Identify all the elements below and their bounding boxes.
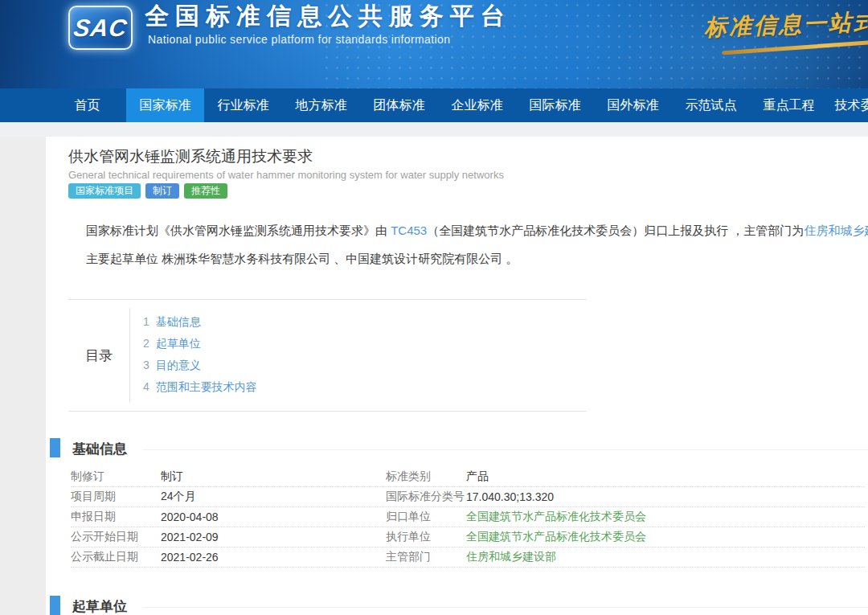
toc-item-number: 2: [143, 337, 149, 350]
nav-item-local-standards[interactable]: 地方标准: [282, 88, 360, 122]
row-label: 国际标准分类号: [386, 490, 466, 504]
ministry-link[interactable]: 住房和城乡建设部: [804, 223, 868, 237]
standard-title-en: General technical requirements of water …: [68, 169, 504, 181]
toc-item-purpose: 3目的意义: [143, 355, 257, 376]
nav-item-group-standards[interactable]: 团体标准: [360, 88, 438, 122]
row-label: 标准类别: [386, 469, 466, 484]
row-value: 产品: [466, 469, 865, 484]
site-subtitle-en: National public service platform for sta…: [148, 33, 450, 46]
row-value: 制订: [161, 469, 386, 484]
supervising-department-link[interactable]: 住房和城乡建设部: [466, 550, 556, 563]
drafters-paragraph: 主要起草单位 株洲珠华智慧水务科技有限公司 、中国建筑设计研究院有限公司 。: [68, 252, 518, 267]
nav-item-national-standards[interactable]: 国家标准: [126, 88, 204, 122]
centralized-unit-link[interactable]: 全国建筑节水产品标准化技术委员会: [466, 510, 646, 523]
sac-logo-text: SAC: [72, 14, 129, 42]
badge-formulate: 制订: [145, 183, 179, 199]
row-value: 17.040.30;13.320: [466, 490, 865, 503]
toc-heading: 目录: [68, 300, 129, 411]
row-label: 主管部门: [386, 550, 466, 564]
badge-recommended: 推荐性: [184, 183, 227, 199]
section-title-basic-info: 基础信息: [72, 440, 127, 458]
intro-text-1: 国家标准计划《供水管网水锤监测系统通用技术要求》由: [86, 223, 391, 237]
row-label: 制修订: [71, 469, 161, 484]
toc-item-number: 4: [143, 380, 149, 393]
toc-item-number: 1: [143, 315, 149, 328]
nav-item-technical-committees[interactable]: 技术委员会: [828, 88, 868, 122]
nav-item-key-projects[interactable]: 重点工程: [750, 88, 828, 122]
page-root: SAC 全国标准信息公共服务平台 National public service…: [0, 0, 868, 615]
nav-item-pilot-demos[interactable]: 示范试点: [672, 88, 750, 122]
row-label: 申报日期: [71, 510, 161, 524]
toc-link-purpose[interactable]: 目的意义: [156, 359, 201, 371]
header-banner: SAC 全国标准信息公共服务平台 National public service…: [0, 0, 868, 88]
toc-link-drafting-units[interactable]: 起草单位: [156, 337, 201, 350]
table-row: 制修订 制订 标准类别 产品: [71, 467, 865, 487]
section-divider-line: [143, 607, 868, 608]
executing-unit-link[interactable]: 全国建筑节水产品标准化技术委员会: [466, 530, 646, 543]
toc-item-number: 3: [143, 359, 149, 371]
nav-item-industry-standards[interactable]: 行业标准: [204, 88, 282, 122]
main-nav: 首页 国家标准 行业标准 地方标准 团体标准 企业标准 国际标准 国外标准 示范…: [0, 88, 868, 122]
nav-item-foreign-standards[interactable]: 国外标准: [594, 88, 672, 122]
site-title: 全国标准信息公共服务平台: [145, 0, 511, 33]
table-row: 申报日期 2020-04-08 归口单位 全国建筑节水产品标准化技术委员会: [71, 507, 865, 527]
toc-item-basic-info: 1基础信息: [143, 311, 257, 333]
table-row: 公示开始日期 2021-02-09 执行单位 全国建筑节水产品标准化技术委员会: [71, 527, 865, 547]
table-row: 公示截止日期 2021-02-26 主管部门 住房和城乡建设部: [71, 547, 865, 568]
row-label: 归口单位: [386, 510, 466, 524]
nav-item-enterprise-standards[interactable]: 企业标准: [438, 88, 516, 122]
section-marker-basic-info: [50, 438, 60, 457]
row-label: 公示截止日期: [71, 550, 161, 564]
row-label: 项目周期: [71, 490, 161, 504]
row-value-link: 全国建筑节水产品标准化技术委员会: [466, 530, 865, 544]
intro-paragraph: 国家标准计划《供水管网水锤监测系统通用技术要求》由 TC453（全国建筑节水产品…: [68, 223, 868, 239]
row-value-link: 全国建筑节水产品标准化技术委员会: [466, 510, 865, 524]
sac-logo[interactable]: SAC: [68, 6, 133, 50]
toc-list: 1基础信息 2起草单位 3目的意义 4范围和主要技术内容: [130, 300, 257, 411]
row-label: 公示开始日期: [71, 530, 161, 544]
content-card: 供水管网水锤监测系统通用技术要求 General technical requi…: [46, 137, 868, 615]
toc-item-scope: 4范围和主要技术内容: [143, 376, 257, 398]
badge-row: 国家标准项目 制订 推荐性: [68, 183, 227, 199]
nav-shadow-band: [0, 122, 868, 137]
toc-box: 目录 1基础信息 2起草单位 3目的意义 4范围和主要技术内容: [68, 299, 587, 412]
section-title-drafting-units: 起草单位: [72, 597, 127, 615]
toc-item-drafting-units: 2起草单位: [143, 333, 257, 355]
header-slogan-calligraphy: 标准信息一站式: [703, 6, 868, 43]
intro-text-2: （全国建筑节水产品标准化技术委员会）归口上报及执行 ，主管部门为: [427, 223, 804, 237]
row-value: 2021-02-26: [161, 551, 386, 564]
badge-national-standard-project: 国家标准项目: [68, 183, 141, 199]
section-marker-drafting-units: [50, 596, 60, 615]
standard-title-zh: 供水管网水锤监测系统通用技术要求: [68, 146, 313, 167]
table-row: 项目周期 24个月 国际标准分类号 17.040.30;13.320: [71, 487, 865, 507]
tc453-link[interactable]: TC453: [391, 223, 427, 237]
toc-link-scope[interactable]: 范围和主要技术内容: [156, 380, 257, 393]
nav-item-international-standards[interactable]: 国际标准: [516, 88, 594, 122]
basic-info-table: 制修订 制订 标准类别 产品 项目周期 24个月 国际标准分类号 17.040.…: [71, 467, 865, 568]
toc-link-basic-info[interactable]: 基础信息: [156, 315, 201, 328]
row-value: 24个月: [161, 490, 386, 504]
row-value: 2021-02-09: [161, 531, 386, 543]
row-value: 2020-04-08: [161, 510, 386, 523]
row-label: 执行单位: [386, 530, 466, 544]
section-divider-line: [143, 449, 868, 450]
row-value-link: 住房和城乡建设部: [466, 550, 865, 564]
nav-item-home[interactable]: 首页: [48, 88, 126, 122]
